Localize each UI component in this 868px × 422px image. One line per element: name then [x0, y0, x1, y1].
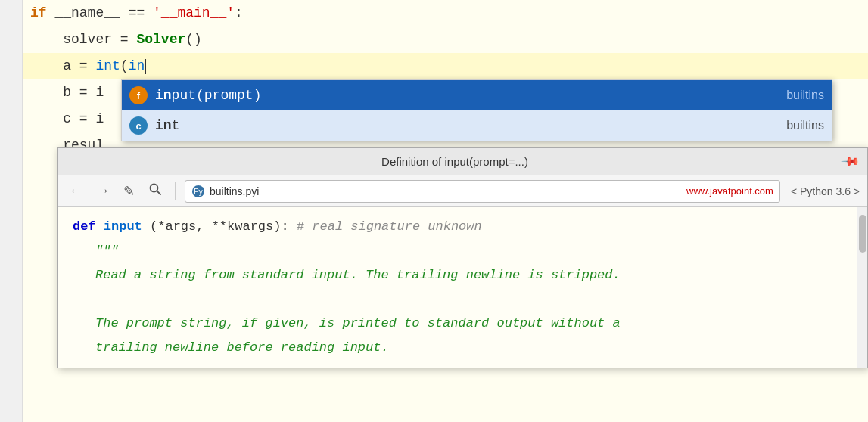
gutter-line [0, 53, 22, 79]
autocomplete-dropdown[interactable]: f input(prompt) builtins c int builtins [121, 79, 832, 141]
popup-titlebar: Definition of input(prompt=...) 📌 [58, 148, 867, 175]
address-bar[interactable]: Py builtins.pyi www.javatpoint.com [185, 180, 780, 203]
forward-button[interactable]: → [92, 182, 114, 200]
popup-toolbar: ← → ✎ Py builtins.pyi www.javatpoint.com… [58, 175, 867, 207]
line-number-gutter [0, 0, 23, 422]
item-prefix-bold: in [155, 88, 172, 103]
autocomplete-item-source-int: builtins [786, 119, 824, 132]
partial-input: in [129, 53, 145, 79]
class-name: Solver [136, 26, 185, 53]
function-icon: f [129, 86, 148, 104]
autocomplete-item-source-input: builtins [786, 88, 824, 102]
python-version-label[interactable]: < Python 3.6 > [791, 185, 860, 197]
address-text: builtins.pyi [210, 185, 674, 197]
pin-icon[interactable]: 📌 [840, 150, 861, 172]
comment-hash: # [297, 219, 312, 234]
svg-line-1 [157, 191, 161, 195]
docstring-line-1: Read a string from standard input. The t… [73, 263, 852, 287]
code-line-3: a = int(in [23, 53, 868, 79]
toolbar-separator [175, 182, 176, 200]
autocomplete-item-input[interactable]: f input(prompt) builtins [122, 80, 832, 110]
editor-area: if __name__ == '__main__': solver = Solv… [0, 0, 868, 422]
popup-code-content: def input (*args, **kwargs): # real sign… [58, 207, 867, 368]
gutter-line [0, 106, 22, 132]
docstring-line-4: trailing newline before reading input. [73, 336, 852, 360]
item-prefix-bold: in [155, 118, 172, 133]
def-signature-line: def input (*args, **kwargs): # real sign… [73, 215, 852, 239]
edit-button[interactable]: ✎ [120, 182, 138, 201]
gutter-line [0, 79, 22, 106]
find-button[interactable] [145, 181, 166, 201]
keyword-if: if [30, 0, 47, 26]
code-line-2: solver = Solver() [23, 26, 868, 53]
python-logo-icon: Py [191, 185, 205, 198]
gutter-line [0, 132, 22, 159]
back-button[interactable]: ← [65, 182, 86, 200]
autocomplete-item-text-input: input(prompt) [155, 88, 786, 103]
docstring-line-blank [73, 287, 852, 312]
class-icon: c [129, 116, 148, 135]
string-literal: '__main__' [153, 0, 235, 26]
item-suffix: put [172, 88, 196, 103]
popup-title: Definition of input(prompt=...) [67, 155, 843, 168]
address-watermark: www.javatpoint.com [686, 185, 773, 197]
scrollbar-thumb[interactable] [859, 215, 866, 253]
docstring-line-3: The prompt string, if given, is printed … [73, 312, 852, 336]
svg-text:Py: Py [194, 188, 203, 196]
text-cursor [145, 59, 146, 74]
autocomplete-item-int[interactable]: c int builtins [122, 110, 832, 141]
item-suffix: t [172, 118, 180, 133]
item-params: (prompt) [196, 88, 261, 103]
keyword-def: def [73, 219, 96, 234]
builtin-int: int [95, 53, 120, 79]
search-icon-svg [148, 182, 162, 196]
docstring-open: """ [73, 239, 852, 263]
vertical-scrollbar[interactable] [857, 207, 867, 368]
gutter-line [0, 0, 22, 26]
comment-text: real signature unknown [312, 219, 481, 234]
function-name-input: input [104, 219, 142, 234]
definition-popup: Definition of input(prompt=...) 📌 ← → ✎ … [57, 147, 868, 368]
gutter-line [0, 26, 22, 53]
code-line-1: if __name__ == '__main__': [23, 0, 868, 26]
autocomplete-item-text-int: int [155, 118, 786, 133]
